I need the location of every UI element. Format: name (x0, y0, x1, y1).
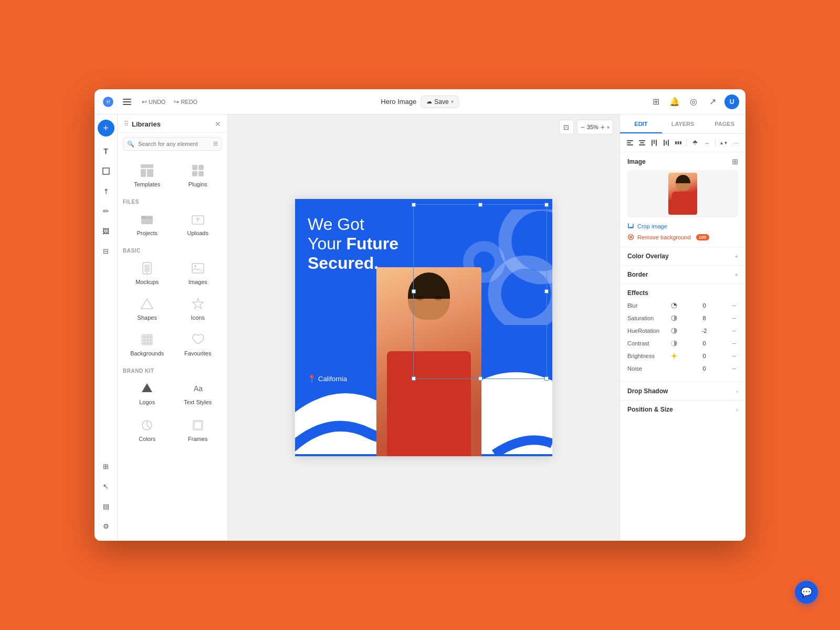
align-top-button[interactable] (648, 137, 659, 149)
image-options-button[interactable]: ⊞ (732, 158, 738, 166)
tab-edit[interactable]: EDIT (620, 114, 662, 133)
drop-shadow-expand-icon: › (736, 388, 738, 394)
search-icon: 🔍 (127, 141, 134, 148)
text-tool[interactable]: T (97, 142, 116, 161)
chat-fab[interactable]: 💬 (795, 581, 818, 604)
svg-point-18 (146, 272, 148, 274)
favourites-item[interactable]: Favourites (174, 327, 223, 361)
align-middle-button[interactable] (660, 137, 671, 149)
fit-screen-button[interactable]: ⊡ (559, 120, 574, 134)
border-section[interactable]: Border + (620, 266, 746, 284)
libraries-panel: ⠿ Libraries ✕ 🔍 ≡ (118, 114, 228, 541)
zoom-dropdown[interactable]: ▾ (607, 124, 610, 130)
flip-h-button[interactable]: ↔ (701, 137, 712, 149)
crop-image-button[interactable]: Crop image (627, 222, 738, 230)
app-logo[interactable]: G (101, 94, 116, 109)
arrange-button[interactable]: ▲▼ (718, 137, 729, 149)
backgrounds-item[interactable]: Backgrounds (123, 327, 172, 361)
blur-minus-button[interactable]: − (730, 301, 738, 310)
pen-tool[interactable]: ✏ (97, 202, 116, 220)
libraries-close-button[interactable]: ✕ (215, 120, 221, 128)
saturation-minus-button[interactable]: − (730, 314, 738, 322)
uploads-item[interactable]: Uploads (174, 207, 223, 240)
blur-row: Blur 0 − (627, 301, 738, 310)
svg-rect-43 (639, 144, 645, 145)
menu-button[interactable] (120, 94, 134, 109)
svg-rect-46 (656, 140, 657, 146)
screen-tool[interactable]: ▤ (97, 497, 116, 516)
libraries-header: ⠿ Libraries ✕ (118, 114, 227, 133)
zoom-in-button[interactable]: + (601, 123, 605, 131)
image-section: Image ⊞ Crop image (620, 152, 746, 247)
user-avatar[interactable]: U (724, 94, 739, 109)
logos-label: Logos (139, 399, 155, 405)
flip-v-button[interactable] (689, 137, 700, 149)
mockups-item[interactable]: Mockups (123, 256, 172, 289)
templates-icon (139, 162, 155, 179)
align-center-button[interactable] (636, 137, 647, 149)
brand-frames-item[interactable]: Frames (174, 413, 223, 446)
search-menu-icon[interactable]: ≡ (213, 139, 218, 149)
brightness-minus-button[interactable]: − (730, 352, 738, 360)
image-section-title: Image ⊞ (627, 158, 738, 166)
svg-rect-8 (147, 169, 153, 177)
projects-item[interactable]: Projects (123, 207, 172, 240)
favourites-label: Favourites (184, 350, 211, 356)
hue-minus-button[interactable]: − (730, 327, 738, 335)
templates-item[interactable]: Templates (123, 158, 172, 192)
tab-pages[interactable]: PAGES (704, 114, 746, 133)
frame-tool[interactable] (97, 162, 116, 181)
contrast-row: Contrast 0 − (627, 339, 738, 348)
tab-layers[interactable]: LAYERS (662, 114, 704, 133)
svg-rect-42 (640, 142, 644, 143)
svg-rect-44 (652, 140, 653, 146)
contrast-minus-button[interactable]: − (730, 339, 738, 348)
brightness-row: Brightness 0 − (627, 351, 738, 361)
notification-icon[interactable]: 🔔 (668, 95, 681, 109)
add-element-button[interactable]: + (98, 120, 114, 136)
table-tool[interactable]: ⊟ (97, 242, 116, 260)
search-input[interactable] (123, 137, 222, 151)
align-left-button[interactable] (624, 137, 635, 149)
topbar-actions: ↩ UNDO ↪ REDO (139, 96, 201, 108)
position-size-section[interactable]: Position & Size › (620, 401, 746, 418)
logos-item[interactable]: Logos (123, 376, 172, 410)
save-button[interactable]: ☁ Save ▾ (421, 96, 459, 108)
more-options-button[interactable]: ⋯ (730, 137, 741, 149)
svg-rect-47 (664, 140, 665, 146)
brand-kit-section: BRAND KIT Logos Aa (118, 365, 227, 450)
drop-shadow-section[interactable]: Drop Shadow › (620, 382, 746, 401)
text-styles-item[interactable]: Aa Text Styles (174, 376, 223, 410)
images-item[interactable]: Images (174, 256, 223, 289)
image-tool[interactable]: 🖼 (97, 222, 116, 240)
redo-button[interactable]: ↪ REDO (171, 96, 201, 108)
remove-background-button[interactable]: Remove background 100 (627, 233, 738, 242)
share-icon[interactable]: ↗ (706, 95, 719, 109)
settings-tool[interactable]: ⚙ (97, 517, 116, 536)
shapes-item[interactable]: Shapes (123, 291, 172, 325)
canvas-area[interactable]: ⊡ − 35% + ▾ (228, 114, 620, 541)
right-panel: EDIT LAYERS PAGES (620, 114, 746, 541)
color-overlay-section[interactable]: Color Overlay + (620, 247, 746, 266)
backgrounds-label: Backgrounds (130, 350, 164, 356)
uploads-icon (190, 211, 206, 228)
brand-frames-label: Frames (188, 436, 207, 442)
brand-colors-item[interactable]: Colors (123, 413, 172, 446)
grid-icon[interactable]: ⊞ (649, 95, 663, 109)
icons-item[interactable]: Icons (174, 291, 223, 325)
zoom-control: − 35% + ▾ (577, 120, 613, 134)
top-items-section: Templates Plugins (118, 155, 227, 196)
cursor-tool[interactable]: ↖ (97, 477, 116, 496)
distribute-h-button[interactable] (673, 137, 684, 149)
zoom-out-button[interactable]: − (581, 123, 585, 131)
noise-minus-button[interactable]: − (730, 364, 738, 373)
libraries-title: Libraries (132, 120, 161, 128)
eye-icon[interactable]: ◎ (687, 95, 700, 109)
svg-rect-48 (666, 141, 667, 145)
svg-rect-11 (192, 171, 197, 176)
plugins-item[interactable]: Plugins (174, 158, 223, 192)
headline-line3: Secured. (308, 254, 379, 272)
grid-layout-tool[interactable]: ⊞ (97, 457, 116, 476)
arrow-tool[interactable]: ↗ (94, 178, 119, 205)
undo-button[interactable]: ↩ UNDO (139, 96, 169, 108)
